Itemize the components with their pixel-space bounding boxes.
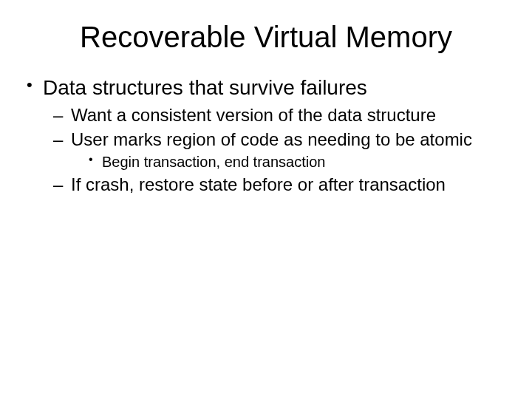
bullet-list-level1: Data structures that survive failures Wa…	[22, 75, 510, 197]
slide: Recoverable Virtual Memory Data structur…	[0, 0, 532, 399]
bullet-list-level2: Want a consistent version of the data st…	[53, 103, 510, 197]
list-item: Begin transaction, end transaction	[87, 152, 510, 171]
bullet-text: User marks region of code as needing to …	[71, 129, 472, 149]
bullet-text: If crash, restore state before or after …	[71, 174, 446, 194]
bullet-text: Want a consistent version of the data st…	[71, 105, 436, 125]
list-item: Want a consistent version of the data st…	[53, 103, 510, 126]
bullet-list-level3: Begin transaction, end transaction	[87, 152, 510, 171]
list-item: If crash, restore state before or after …	[53, 173, 510, 196]
list-item: User marks region of code as needing to …	[53, 128, 510, 171]
slide-title: Recoverable Virtual Memory	[22, 21, 510, 54]
list-item: Data structures that survive failures Wa…	[22, 75, 510, 197]
bullet-text: Begin transaction, end transaction	[102, 154, 325, 170]
bullet-text: Data structures that survive failures	[43, 76, 367, 99]
